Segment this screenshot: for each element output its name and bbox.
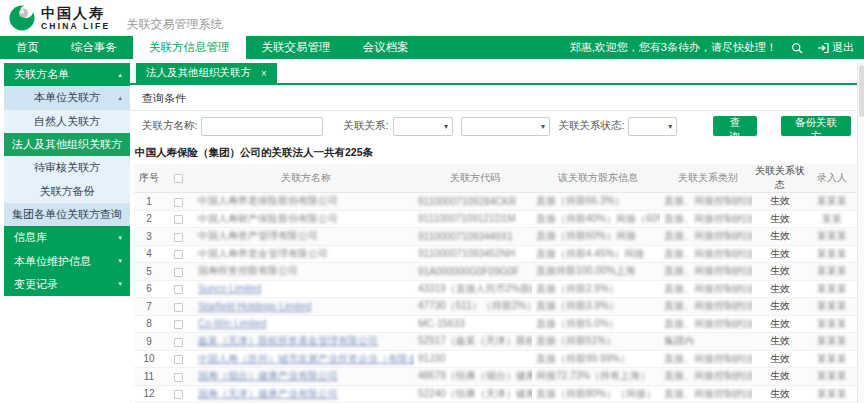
shareholder-info-text: 直接（持股66.3%） <box>536 195 624 206</box>
sidebar-item-related-party-list[interactable]: 关联方名单 ▴ <box>4 63 130 86</box>
tab-bar: 法人及其他组织关联方 × <box>130 63 863 85</box>
shareholder-info-text: 直接（持股4.45%）间接 <box>536 248 644 259</box>
col-party-code: 关联方代码 <box>414 164 532 193</box>
col-shareholder-info: 该关联方股东信息 <box>532 164 660 193</box>
row-index: 10 <box>134 350 164 368</box>
table-row: 6 Sunco Limited 43319（直接人民币2%股权） 直接（持股2.… <box>134 280 864 298</box>
shareholder-info-text: 直接（持股60%）间接 <box>536 230 636 241</box>
party-name-cell: 国寿投资控股有限公司 <box>192 263 414 281</box>
sidebar-item-change-records[interactable]: 变更记录 ▾ <box>4 273 130 296</box>
navbar-right: 郑惠,欢迎您，您有3条待办，请尽快处理！ 退出 <box>570 36 864 59</box>
vertical-scrollbar[interactable] <box>857 63 864 403</box>
row-checkbox[interactable] <box>174 373 183 382</box>
relation-sub-select[interactable]: ▾ <box>461 117 550 136</box>
party-name-cell: 国寿（烟台）健康产业有限公司 <box>192 368 414 386</box>
relation-category-text: 直接、间接控制的法人 <box>664 195 752 206</box>
row-index: 7 <box>134 298 164 316</box>
party-name-cell: Co-Win Limited <box>192 315 414 333</box>
relation-status-select[interactable]: ▾ <box>628 117 677 136</box>
party-name-cell: Starfield Holdings Limited <box>192 298 414 316</box>
row-checkbox[interactable] <box>174 285 183 294</box>
logout-button[interactable]: 退出 <box>817 40 854 55</box>
row-checkbox[interactable] <box>174 233 183 242</box>
entered-by-cell: 某某某 <box>808 193 856 211</box>
shareholder-info-text: 直接（持股2.9%） <box>536 283 619 294</box>
relation-category-text: 直接、间接控制的法人 <box>664 388 752 399</box>
sidebar-item-own-unit-maintenance[interactable]: 本单位维护信息 ▾ <box>4 249 130 272</box>
sidebar-item-info-library[interactable]: 信息库 ▾ <box>4 226 130 249</box>
party-name-text: 国寿投资控股有限公司 <box>198 265 298 276</box>
row-checkbox-cell <box>164 193 192 211</box>
row-checkbox[interactable] <box>174 215 183 224</box>
close-icon[interactable]: × <box>261 68 267 79</box>
table-row: 2 中国人寿财产保险股份有限公司 91110007109121D1M 直接（持股… <box>134 210 864 228</box>
shareholder-info-cell: 直接（持股3.9%） <box>532 298 660 316</box>
nav-item-home[interactable]: 首页 <box>0 36 55 59</box>
shareholder-info-cell: 直接（持股80%）（间接） <box>532 385 660 403</box>
relation-status-cell: 生效 <box>752 210 808 228</box>
sidebar-item-natural-person[interactable]: 自然人关联方 <box>4 110 130 133</box>
row-checkbox[interactable] <box>174 303 183 312</box>
row-checkbox[interactable] <box>174 198 183 207</box>
tab-legal-person-orgs[interactable]: 法人及其他组织关联方 × <box>136 63 277 83</box>
table-header: 序号 关联方名称 关联方代码 该关联方股东信息 关联关系类别 关联关系状态 录入… <box>134 164 864 193</box>
tab-label: 法人及其他组织关联方 <box>146 66 251 80</box>
relation-status-cell: 生效 <box>752 368 808 386</box>
row-checkbox-cell <box>164 315 192 333</box>
nav-item-related-transaction[interactable]: 关联交易管理 <box>246 36 347 59</box>
sidebar-item-legal-person-orgs[interactable]: 法人及其他组织关联方 <box>4 133 130 156</box>
col-entered-by: 录入人 <box>808 164 856 193</box>
search-button[interactable] <box>791 42 803 54</box>
row-checkbox[interactable] <box>174 320 183 329</box>
party-name-text: 中国人寿资产管理有限公司 <box>198 230 318 241</box>
relation-category-cell: 直接、间接控制的法人 <box>660 350 752 368</box>
party-code-cell: 52917（鑫某（天津）股权） <box>414 333 532 351</box>
relation-category-text: 直接、间接控制的法人 <box>664 370 752 381</box>
chevron-down-icon: ▾ <box>118 257 122 265</box>
table-row: 7 Starfield Holdings Limited 47730（511）（… <box>134 298 864 316</box>
party-name-input[interactable] <box>201 117 323 136</box>
sidebar-item-own-unit-related-party[interactable]: 本单位关联方 ▴ <box>4 86 130 109</box>
shareholder-info-cell: 直接（持股2.9%） <box>532 280 660 298</box>
table-row: 3 中国人寿资产管理有限公司 911000071093449X1 直接（持股60… <box>134 228 864 246</box>
relation-select[interactable]: ▾ <box>393 117 453 136</box>
system-title: 关联交易管理系统 <box>126 16 222 36</box>
query-section-title: 查询条件 <box>130 85 863 111</box>
table-row: 4 中国人寿养老金管理有限公司 911000071093452NH 直接（持股4… <box>134 245 864 263</box>
backup-related-party-button[interactable]: 备份关联方 <box>781 116 851 136</box>
nav-item-meeting-archive[interactable]: 会议档案 <box>347 36 425 59</box>
nav-item-general-affairs[interactable]: 综合事务 <box>55 36 133 59</box>
entered-by-cell: 某某某 <box>808 385 856 403</box>
shareholder-info-text: 直接（持股80%）（间接） <box>536 388 656 399</box>
relation-label: 关联关系: <box>344 119 389 133</box>
party-name-cell: 中国人寿养老金管理有限公司 <box>192 245 414 263</box>
row-checkbox[interactable] <box>174 355 183 364</box>
party-code-text: 91A000000G0F09G0F <box>418 266 519 277</box>
search-submit-button[interactable]: 查询 <box>713 116 757 136</box>
party-code-cell: 91J30 <box>414 350 532 368</box>
nav-item-related-party-info[interactable]: 关联方信息管理 <box>133 36 246 59</box>
row-checkbox-cell <box>164 245 192 263</box>
party-code-cell: 91100007109284CKR <box>414 193 532 211</box>
shareholder-info-cell: 间接72.73%（持有上海） <box>532 368 660 386</box>
relation-status-cell: 生效 <box>752 263 808 281</box>
party-code-cell: 91A000000G0F09G0F <box>414 263 532 281</box>
sidebar-item-pending-review[interactable]: 待审核关联方 <box>4 156 130 179</box>
relation-category-cell: 集团内 <box>660 333 752 351</box>
party-code-cell: 52240（恒康（天津）健康产） <box>414 385 532 403</box>
sidebar-item-group-units-query[interactable]: 集团各单位关联方查询 <box>4 203 130 226</box>
chevron-down-icon: ▾ <box>118 234 122 242</box>
party-code-cell: 911000071093449X1 <box>414 228 532 246</box>
row-checkbox[interactable] <box>174 338 183 347</box>
party-code-text: 91100007109284CKR <box>418 196 516 207</box>
sidebar-item-related-party-backup[interactable]: 关联方备份 <box>4 179 130 202</box>
row-checkbox[interactable] <box>174 390 183 399</box>
table-title: 中国人寿保险（集团）公司的关联法人一共有225条 <box>130 142 863 164</box>
logout-icon <box>817 42 829 54</box>
select-all-checkbox[interactable] <box>174 174 183 183</box>
sidebar: 关联方名单 ▴ 本单位关联方 ▴ 自然人关联方 法人及其他组织关联方 待审核关联… <box>4 63 130 296</box>
row-checkbox[interactable] <box>174 250 183 259</box>
scrollbar-thumb[interactable] <box>859 65 864 117</box>
search-icon <box>791 42 803 54</box>
row-checkbox[interactable] <box>174 268 183 277</box>
